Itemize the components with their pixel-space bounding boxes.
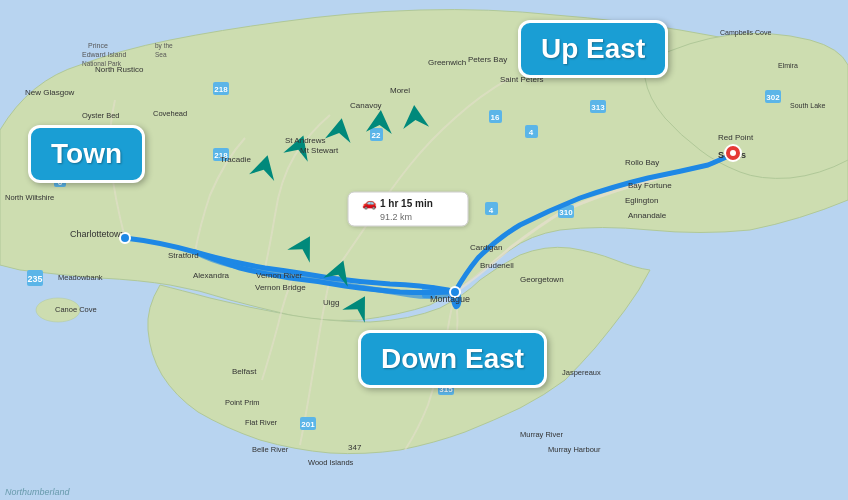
svg-text:4: 4 (529, 128, 534, 137)
down-east-label: Down East (358, 330, 547, 388)
svg-text:Georgetown: Georgetown (520, 275, 564, 284)
svg-text:Meadowbank: Meadowbank (58, 273, 103, 282)
svg-text:Bay Fortune: Bay Fortune (628, 181, 672, 190)
svg-text:St Andrews: St Andrews (285, 136, 325, 145)
svg-point-90 (120, 233, 130, 243)
svg-text:Canoe Cove: Canoe Cove (55, 305, 97, 314)
svg-text:Murray Harbour: Murray Harbour (548, 445, 601, 454)
svg-text:1 hr 15 min: 1 hr 15 min (380, 198, 433, 209)
map-container: 235 6 4 310 313 302 218 218 22 22 315 20… (0, 0, 848, 500)
svg-text:🚗: 🚗 (362, 195, 377, 210)
svg-text:Covehead: Covehead (153, 109, 187, 118)
svg-text:Murray River: Murray River (520, 430, 563, 439)
map-svg: 235 6 4 310 313 302 218 218 22 22 315 20… (0, 0, 848, 500)
svg-text:Vernon River: Vernon River (256, 271, 303, 280)
svg-text:313: 313 (591, 103, 605, 112)
svg-text:Tracadie: Tracadie (220, 155, 251, 164)
svg-text:Annandale: Annandale (628, 211, 667, 220)
svg-text:Belle River: Belle River (252, 445, 289, 454)
svg-text:4: 4 (489, 206, 494, 215)
svg-text:Uigg: Uigg (323, 298, 339, 307)
svg-text:Point Prim: Point Prim (225, 398, 260, 407)
svg-text:Prince: Prince (88, 42, 108, 49)
svg-text:Mt Stewart: Mt Stewart (300, 146, 339, 155)
svg-text:Brudenell: Brudenell (480, 261, 514, 270)
svg-text:91.2 km: 91.2 km (380, 212, 412, 222)
svg-text:South Lake: South Lake (790, 102, 826, 109)
svg-text:Peters Bay: Peters Bay (468, 55, 507, 64)
svg-text:Vernon Bridge: Vernon Bridge (255, 283, 306, 292)
svg-text:New Glasgow: New Glasgow (25, 88, 75, 97)
svg-text:Canavoy: Canavoy (350, 101, 382, 110)
town-label: Town (28, 125, 145, 183)
svg-text:North Wiltshire: North Wiltshire (5, 193, 54, 202)
svg-text:Montague: Montague (430, 294, 470, 304)
svg-text:Stratford: Stratford (168, 251, 199, 260)
svg-text:by the: by the (155, 42, 173, 50)
svg-text:Eglington: Eglington (625, 196, 658, 205)
svg-text:Elmira: Elmira (778, 62, 798, 69)
svg-text:Sea: Sea (155, 51, 167, 58)
svg-text:Alexandra: Alexandra (193, 271, 230, 280)
svg-text:Edward Island: Edward Island (82, 51, 126, 58)
svg-text:Rollo Bay: Rollo Bay (625, 158, 659, 167)
svg-text:Charlottetown: Charlottetown (70, 229, 126, 239)
svg-text:22: 22 (372, 131, 381, 140)
svg-text:Red Point: Red Point (718, 133, 754, 142)
svg-point-89 (730, 150, 736, 156)
svg-text:302: 302 (766, 93, 780, 102)
svg-text:Campbells Cove: Campbells Cove (720, 29, 771, 37)
up-east-label: Up East (518, 20, 668, 78)
svg-text:235: 235 (27, 274, 42, 284)
svg-text:National Park: National Park (82, 60, 122, 67)
svg-text:Greenwich: Greenwich (428, 58, 466, 67)
svg-text:Northumberland: Northumberland (5, 487, 71, 497)
svg-text:218: 218 (214, 85, 228, 94)
svg-text:Flat River: Flat River (245, 418, 278, 427)
svg-text:Morel: Morel (390, 86, 410, 95)
svg-text:310: 310 (559, 208, 573, 217)
svg-text:Jaspereaux: Jaspereaux (562, 368, 601, 377)
svg-text:Cardigan: Cardigan (470, 243, 502, 252)
svg-text:Wood Islands: Wood Islands (308, 458, 354, 467)
svg-text:Oyster Bed: Oyster Bed (82, 111, 120, 120)
svg-text:16: 16 (491, 113, 500, 122)
svg-text:347: 347 (348, 443, 362, 452)
svg-text:Belfast: Belfast (232, 367, 257, 376)
svg-text:201: 201 (301, 420, 315, 429)
